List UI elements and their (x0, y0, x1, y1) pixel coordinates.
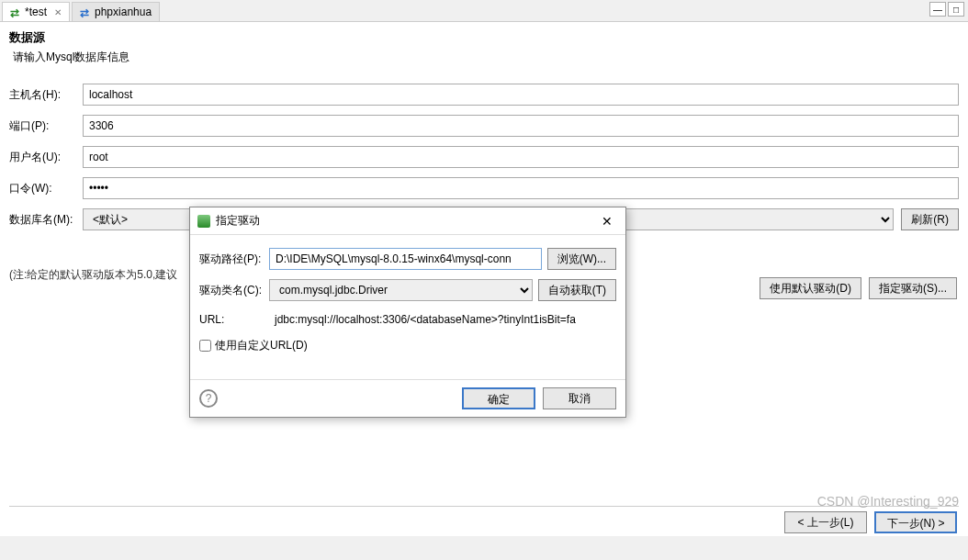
close-icon[interactable]: ✕ (596, 214, 618, 229)
dialog-titlebar: 指定驱动 ✕ (190, 207, 625, 235)
custom-url-label: 使用自定义URL(D) (215, 338, 308, 353)
use-default-driver-button[interactable]: 使用默认驱动(D) (760, 277, 861, 299)
help-icon[interactable]: ? (199, 389, 218, 408)
host-input[interactable] (83, 84, 959, 106)
file-icon: ⇄ (80, 6, 91, 17)
window-controls: — □ (929, 2, 964, 17)
user-label: 用户名(U): (9, 150, 83, 165)
minimize-button[interactable]: — (929, 2, 946, 17)
driver-buttons: 使用默认驱动(D) 指定驱动(S)... (760, 277, 957, 299)
host-row: 主机名(H): (9, 84, 959, 106)
back-button[interactable]: < 上一步(L) (784, 511, 867, 533)
port-row: 端口(P): (9, 115, 959, 137)
url-label: URL: (199, 313, 264, 326)
wizard-buttons: < 上一步(L) 下一步(N) > (784, 511, 957, 533)
driver-class-label: 驱动类名(C): (199, 283, 264, 298)
password-input[interactable] (83, 177, 959, 199)
url-row: URL: jdbc:mysql://localhost:3306/<databa… (199, 310, 616, 329)
section-title: 数据源 (9, 29, 959, 46)
editor-tabs: ⇄ *test ✕ ⇄ phpxianhua — □ (0, 0, 968, 22)
refresh-button[interactable]: 刷新(R) (901, 208, 959, 230)
user-row: 用户名(U): (9, 146, 959, 168)
dialog-title-text: 指定驱动 (216, 213, 260, 229)
password-label: 口令(W): (9, 181, 83, 196)
driver-path-row: 驱动路径(P): 浏览(W)... (199, 248, 616, 270)
specify-driver-button[interactable]: 指定驱动(S)... (869, 277, 957, 299)
driver-class-row: 驱动类名(C): com.mysql.jdbc.Driver 自动获取(T) (199, 279, 616, 301)
port-input[interactable] (83, 115, 959, 137)
dialog-footer: ? 确定 取消 (190, 379, 625, 417)
specify-driver-dialog: 指定驱动 ✕ 驱动路径(P): 浏览(W)... 驱动类名(C): com.my… (189, 207, 626, 418)
tab-test[interactable]: ⇄ *test ✕ (2, 2, 70, 21)
password-row: 口令(W): (9, 177, 959, 199)
driver-path-input[interactable] (269, 248, 542, 270)
url-value: jdbc:mysql://localhost:3306/<databaseNam… (269, 310, 616, 329)
file-icon: ⇄ (10, 6, 21, 17)
tab-phpxianhua[interactable]: ⇄ phpxianhua (72, 2, 160, 21)
close-icon[interactable]: ✕ (54, 7, 62, 17)
port-label: 端口(P): (9, 118, 83, 134)
section-subtitle: 请输入Mysql数据库信息 (9, 50, 959, 65)
tab-label: phpxianhua (95, 6, 152, 18)
database-label: 数据库名(M): (9, 212, 83, 228)
driver-class-select[interactable]: com.mysql.jdbc.Driver (269, 279, 533, 301)
next-button[interactable]: 下一步(N) > (874, 511, 957, 533)
dialog-body: 驱动路径(P): 浏览(W)... 驱动类名(C): com.mysql.jdb… (190, 235, 625, 379)
dialog-icon (197, 215, 210, 228)
user-input[interactable] (83, 146, 959, 168)
driver-path-label: 驱动路径(P): (199, 252, 264, 267)
custom-url-row: 使用自定义URL(D) (199, 338, 616, 353)
maximize-button[interactable]: □ (948, 2, 964, 17)
watermark: CSDN @Interesting_929 (817, 494, 959, 509)
cancel-button[interactable]: 取消 (543, 387, 616, 409)
tab-label: *test (25, 6, 47, 18)
host-label: 主机名(H): (9, 87, 83, 103)
auto-fetch-button[interactable]: 自动获取(T) (538, 279, 616, 301)
browse-button[interactable]: 浏览(W)... (547, 248, 616, 270)
custom-url-checkbox[interactable] (199, 340, 211, 352)
ok-button[interactable]: 确定 (462, 387, 535, 409)
